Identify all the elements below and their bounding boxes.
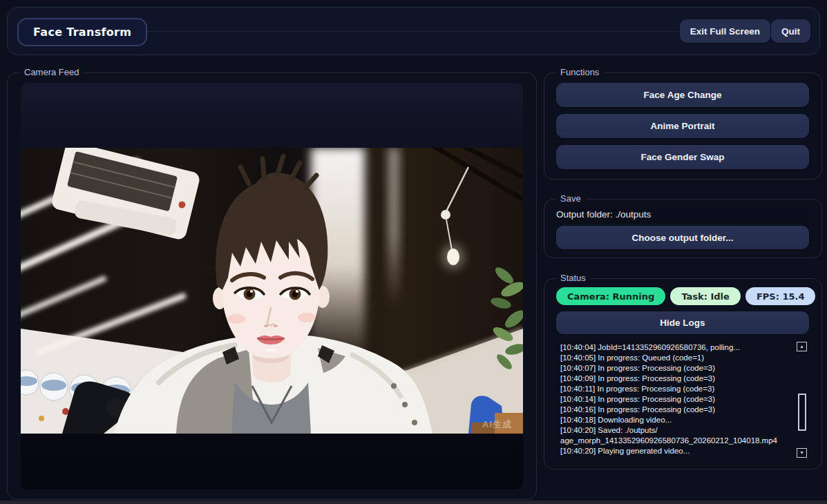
log-line: [10:40:09] In progress: Processing (code… [560,374,793,384]
functions-label: Functions [555,67,604,77]
log-line: age_morph_1413352960926580736_20260212_1… [560,436,793,446]
log-line: [10:40:20] Playing generated video... [560,446,793,456]
top-bar-divider [139,31,698,32]
app-window: Face Transform Exit Full Screen Quit Cam… [0,0,827,504]
camera-video: AI生成 [21,148,523,434]
bottom-edge-strip [0,501,827,504]
hide-logs-button[interactable]: Hide Logs [556,311,809,334]
task-status-badge: Task: Idle [670,287,741,305]
scrollbar-up-button[interactable]: ▴ [797,342,807,351]
camera-feed-group: Camera Feed [7,72,537,500]
log-line: [10:40:20] Saved: ./outputs/ [560,425,793,436]
quit-button[interactable]: Quit [771,19,810,43]
status-group: Status Camera: Running Task: Idle FPS: 1… [544,278,822,469]
top-bar: Face Transform Exit Full Screen Quit [7,7,820,55]
face-age-change-button[interactable]: Face Age Change [556,83,809,107]
fps-badge: FPS: 15.4 [745,287,816,305]
video-watermark: AI生成 [482,418,512,431]
scrollbar-down-button[interactable]: ▾ [797,448,807,458]
status-badge-row: Camera: Running Task: Idle FPS: 15.4 [556,287,815,305]
scrollbar-thumb[interactable] [798,394,806,431]
anime-portrait-button[interactable]: Anime Portrait [556,114,809,138]
log-line: [10:40:16] In progress: Processing (code… [560,405,793,415]
log-line: [10:40:05] In progress: Queued (code=1) [560,353,793,363]
output-folder-text: Output folder: ./outputs [556,206,809,222]
video-scene [21,148,523,434]
video-container: AI生成 [21,83,523,490]
save-group: Save Output folder: ./outputs Choose out… [544,199,822,258]
app-title-pill: Face Transform [17,18,147,46]
save-label: Save [555,193,586,204]
camera-status-badge: Camera: Running [556,287,665,305]
functions-group: Functions Face Age Change Anime Portrait… [544,72,822,180]
log-line: [10:40:11] In progress: Processing (code… [560,384,793,394]
log-line: [10:40:18] Downloading video... [560,415,793,425]
camera-feed-label: Camera Feed [19,67,84,77]
app-title: Face Transform [33,26,131,39]
scroll-down-icon: ▾ [800,450,803,456]
face-gender-swap-button[interactable]: Face Gender Swap [556,145,809,169]
log-line: [10:40:04] JobId=1413352960926580736, po… [560,342,793,353]
scroll-up-icon: ▴ [800,344,803,349]
status-label: Status [555,273,591,283]
log-line: [10:40:07] In progress: Processing (code… [560,363,793,374]
choose-output-folder-button[interactable]: Choose output folder... [556,226,809,249]
log-line: [10:40:14] In progress: Processing (code… [560,394,793,405]
exit-full-screen-button[interactable]: Exit Full Screen [680,19,770,43]
log-output[interactable]: [10:40:04] JobId=1413352960926580736, po… [556,340,810,460]
